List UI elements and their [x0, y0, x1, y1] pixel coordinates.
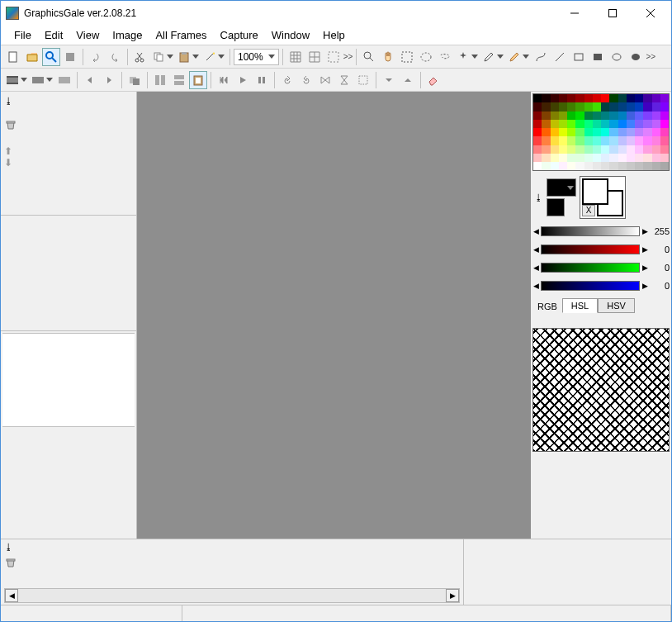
- palette-cell[interactable]: [601, 112, 609, 120]
- timeline-a-button[interactable]: [151, 71, 169, 89]
- palette-cell[interactable]: [567, 136, 575, 145]
- frame-b-button[interactable]: [30, 71, 54, 89]
- palette-cell[interactable]: [593, 112, 601, 120]
- up-button[interactable]: [399, 71, 417, 89]
- palette-cell[interactable]: [567, 162, 575, 170]
- palette-cell[interactable]: [542, 120, 550, 128]
- move-up-icon[interactable]: ⬆: [4, 145, 133, 157]
- palette-cell[interactable]: [601, 145, 609, 154]
- palette-cell[interactable]: [584, 154, 593, 162]
- palette-cell[interactable]: [635, 120, 643, 128]
- pencil-button[interactable]: [506, 48, 531, 66]
- palette-cell[interactable]: [660, 162, 669, 170]
- zoom2-button[interactable]: [360, 48, 378, 66]
- menu-image[interactable]: Image: [106, 27, 149, 43]
- close-button[interactable]: [632, 1, 670, 26]
- palette-cell[interactable]: [652, 162, 660, 170]
- swap-colors-button[interactable]: X: [582, 205, 595, 216]
- move-down-icon[interactable]: ⬇: [4, 157, 133, 169]
- palette-cell[interactable]: [635, 128, 643, 136]
- palette-cell[interactable]: [660, 112, 669, 120]
- palette-cell[interactable]: [635, 162, 643, 170]
- palette-cell[interactable]: [609, 136, 618, 145]
- select-rect-button[interactable]: [398, 48, 416, 66]
- palette-cell[interactable]: [609, 112, 618, 120]
- menu-capture[interactable]: Capture: [214, 27, 265, 43]
- trash-icon[interactable]: [4, 122, 17, 134]
- palette-cell[interactable]: [652, 128, 660, 136]
- palette-cell[interactable]: [575, 162, 584, 170]
- palette-cell[interactable]: [542, 94, 550, 102]
- toolbar-overflow-2[interactable]: >>: [646, 52, 655, 61]
- palette-cell[interactable]: [652, 120, 660, 128]
- frames-menu-icon[interactable]: [4, 541, 13, 553]
- palette-cell[interactable]: [643, 162, 651, 170]
- palette-cell[interactable]: [618, 120, 627, 128]
- palette-cell[interactable]: [593, 128, 601, 136]
- palette-cell[interactable]: [533, 112, 542, 120]
- palette-cell[interactable]: [652, 136, 660, 145]
- palette-cell[interactable]: [559, 162, 567, 170]
- fg-swatch-combo[interactable]: [547, 178, 576, 197]
- palette-cell[interactable]: [584, 102, 593, 111]
- palette-cell[interactable]: [627, 112, 635, 120]
- palette-cell[interactable]: [533, 145, 542, 154]
- palette-cell[interactable]: [601, 162, 609, 170]
- palette-cell[interactable]: [533, 120, 542, 128]
- palette-cell[interactable]: [635, 112, 643, 120]
- palette-cell[interactable]: [584, 128, 593, 136]
- palette-cell[interactable]: [584, 145, 593, 154]
- palette-cell[interactable]: [567, 120, 575, 128]
- tab-hsl[interactable]: HSL: [562, 298, 598, 313]
- palette-cell[interactable]: [593, 136, 601, 145]
- palette-cell[interactable]: [593, 94, 601, 102]
- palette-cell[interactable]: [618, 128, 627, 136]
- palette-cell[interactable]: [609, 94, 618, 102]
- palette-cell[interactable]: [601, 154, 609, 162]
- play-button[interactable]: [234, 71, 252, 89]
- redo-button[interactable]: [106, 48, 124, 66]
- palette-cell[interactable]: [542, 136, 550, 145]
- palette-cell[interactable]: [609, 162, 618, 170]
- palette-cell[interactable]: [559, 145, 567, 154]
- palette-cell[interactable]: [584, 120, 593, 128]
- frame-a-button[interactable]: [4, 71, 29, 89]
- palette-cell[interactable]: [660, 94, 669, 102]
- palette-cell[interactable]: [593, 145, 601, 154]
- palette-cell[interactable]: [551, 128, 559, 136]
- palette-cell[interactable]: [609, 128, 618, 136]
- palette-cell[interactable]: [575, 128, 584, 136]
- palette-cell[interactable]: [635, 136, 643, 145]
- menu-file[interactable]: File: [7, 27, 38, 43]
- palette-cell[interactable]: [601, 102, 609, 111]
- palette-cell[interactable]: [551, 120, 559, 128]
- palette-cell[interactable]: [635, 145, 643, 154]
- fg-bg-swatch[interactable]: X: [580, 176, 626, 219]
- palette-cell[interactable]: [618, 162, 627, 170]
- maximize-button[interactable]: [594, 1, 632, 26]
- palette-cell[interactable]: [635, 94, 643, 102]
- palette-cell[interactable]: [618, 94, 627, 102]
- undo-button[interactable]: [87, 48, 105, 66]
- palette-cell[interactable]: [551, 136, 559, 145]
- palette-cell[interactable]: [643, 120, 651, 128]
- palette-cell[interactable]: [643, 145, 651, 154]
- red-slider[interactable]: ◀ ▶ 0: [532, 242, 670, 257]
- palette-cell[interactable]: [551, 162, 559, 170]
- palette-cell[interactable]: [542, 145, 550, 154]
- palette-cell[interactable]: [652, 154, 660, 162]
- zoom-tool-button[interactable]: [42, 48, 60, 66]
- palette-cell[interactable]: [627, 162, 635, 170]
- palette-cell[interactable]: [533, 94, 542, 102]
- palette-cell[interactable]: [618, 136, 627, 145]
- palette-cell[interactable]: [575, 102, 584, 111]
- gray-slider[interactable]: ◀ ▶ 255: [532, 224, 670, 239]
- palette-cell[interactable]: [627, 94, 635, 102]
- palette-cell[interactable]: [609, 120, 618, 128]
- palette-cell[interactable]: [551, 112, 559, 120]
- palette-cell[interactable]: [609, 102, 618, 111]
- palette-cell[interactable]: [643, 154, 651, 162]
- palette-cell[interactable]: [660, 145, 669, 154]
- magic-wand-button[interactable]: [455, 48, 480, 66]
- palette-cell[interactable]: [575, 136, 584, 145]
